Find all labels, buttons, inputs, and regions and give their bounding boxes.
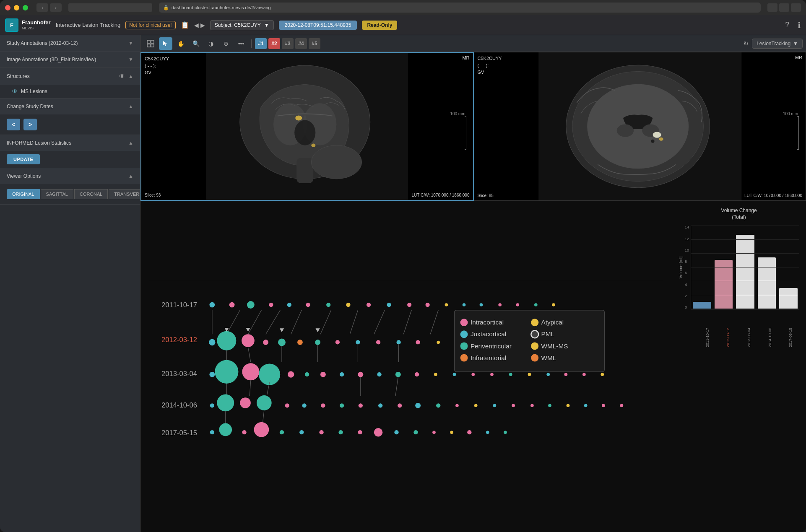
prev-subject-button[interactable]: ◀ — [194, 22, 199, 29]
viewer-panel-1[interactable]: C5K2CUYY ( - - ): GV MR Slice: 93 LUT C/… — [140, 52, 474, 201]
viewer-panel-2[interactable]: C5K2CUYY ( - - ): GV MR Slice: 85 LUT C/… — [474, 52, 806, 201]
back-button[interactable]: ‹ — [36, 3, 48, 12]
svg-point-79 — [215, 360, 238, 384]
svg-point-23 — [651, 140, 654, 143]
close-button[interactable] — [5, 5, 10, 10]
y-tick-0: 0 — [685, 306, 689, 309]
collapse-icon-6: ▲ — [128, 173, 133, 179]
svg-point-141 — [413, 430, 418, 434]
study-annotations-header[interactable]: Study Annotations (2012-03-12) ▼ — [0, 35, 140, 51]
info-icon[interactable]: ℹ — [798, 20, 801, 30]
svg-point-49 — [480, 303, 483, 306]
change-study-dates-header[interactable]: Change Study Dates ▲ — [0, 99, 140, 114]
forward-button[interactable]: › — [50, 3, 62, 12]
prev-date-button[interactable]: < — [7, 119, 20, 130]
svg-point-91 — [453, 373, 456, 376]
svg-point-39 — [287, 303, 291, 307]
crosshair-tool-button[interactable]: ⊕ — [219, 37, 233, 50]
svg-point-143 — [450, 431, 453, 434]
svg-point-58 — [278, 339, 286, 346]
zoom-tool-button[interactable]: 🔍 — [189, 37, 203, 50]
svg-rect-3 — [151, 40, 154, 43]
eye-icon[interactable]: 👁 — [119, 73, 125, 80]
y-axis-label: Volume [ml] — [679, 257, 683, 278]
svg-point-13 — [295, 115, 302, 120]
viewer1-gv: GV — [145, 69, 169, 76]
svg-text:F: F — [10, 22, 13, 29]
view-transversal-button[interactable]: TRANSVERSAL — [109, 189, 140, 199]
bar-2017 — [779, 288, 798, 309]
date-label-3: 2013-03-04 — [161, 370, 197, 378]
viewport-2-button[interactable]: #2 — [268, 38, 280, 49]
read-only-badge: Read-Only — [362, 21, 397, 30]
svg-point-12 — [311, 145, 361, 179]
ms-lesion-label: MS Lesions — [21, 88, 47, 94]
svg-point-44 — [387, 303, 391, 307]
viewport-4-button[interactable]: #4 — [295, 38, 307, 49]
view-original-button[interactable]: ORIGINAL — [7, 189, 40, 199]
logo-text: Fraunhofer MEVIS — [22, 19, 51, 30]
maximize-button[interactable] — [23, 5, 28, 10]
svg-text:Atypical: Atypical — [541, 319, 564, 326]
viewport-1-button[interactable]: #1 — [255, 38, 267, 49]
logo-icon: F — [5, 18, 18, 32]
svg-point-82 — [288, 371, 294, 378]
svg-point-142 — [432, 431, 436, 434]
company-sub: MEVIS — [22, 26, 51, 31]
url-display: dashboard.cluster.fraunhofer-mevis.de/#/… — [172, 5, 271, 10]
scale-bar-1 — [465, 116, 466, 150]
svg-point-96 — [546, 373, 550, 376]
view-coronal-button[interactable]: CORONAL — [74, 189, 108, 199]
contrast-tool-button[interactable]: ◑ — [204, 37, 218, 50]
svg-text:Infratentorial: Infratentorial — [471, 354, 506, 361]
minimize-button[interactable] — [14, 5, 19, 10]
svg-point-150 — [531, 319, 538, 326]
scale-bar-2 — [797, 116, 799, 150]
address-bar[interactable]: 🔒 dashboard.cluster.fraunhofer-mevis.de/… — [159, 3, 761, 13]
svg-point-110 — [302, 403, 307, 407]
svg-point-119 — [474, 404, 478, 407]
svg-point-154 — [531, 330, 538, 338]
select-tool-button[interactable] — [159, 37, 172, 50]
next-date-button[interactable]: > — [23, 119, 37, 130]
subject-selector[interactable]: Subject: C5K2CUYY ▼ — [210, 20, 274, 30]
svg-point-95 — [528, 373, 531, 376]
update-button[interactable]: UPDATE — [7, 154, 40, 164]
informed-stats-header[interactable]: INFORMED Lesion Statistics ▲ — [0, 135, 140, 151]
brain-svg-2 — [474, 52, 806, 200]
svg-point-48 — [463, 303, 466, 306]
viewer2-gv: GV — [478, 69, 502, 76]
image-annotations-header[interactable]: Image Annotations (3D_Flair BrainView) ▼ — [0, 52, 140, 67]
collapse-icon: ▼ — [128, 40, 133, 46]
structures-header[interactable]: Structures 👁 ▲ — [0, 68, 140, 85]
informed-stats-section: INFORMED Lesion Statistics ▲ UPDATE — [0, 135, 140, 168]
more-tools-button[interactable]: ••• — [234, 37, 248, 50]
viewport-5-button[interactable]: #5 — [309, 38, 320, 49]
svg-text:Juxtacortical: Juxtacortical — [471, 330, 506, 337]
svg-point-78 — [209, 372, 215, 377]
svg-point-116 — [415, 403, 421, 408]
help-icon[interactable]: ? — [785, 21, 789, 29]
view-sagittal-button[interactable]: SAGITTAL — [41, 189, 73, 199]
next-subject-button[interactable]: ▶ — [200, 22, 205, 29]
viewer2-info: ( - - ): — [478, 62, 502, 69]
brain-svg-1 — [141, 53, 473, 200]
svg-point-162 — [531, 354, 538, 362]
layout-tool-button[interactable] — [144, 37, 157, 50]
y-tick-8: 8 — [685, 260, 689, 264]
viewport-3-button[interactable]: #3 — [282, 38, 294, 49]
annotation-icon[interactable]: 📋 — [181, 21, 189, 29]
bar-2012 — [715, 260, 733, 309]
svg-point-80 — [242, 363, 259, 380]
viewer-options-header[interactable]: Viewer Options ▲ — [0, 168, 140, 184]
lesion-tracking-dropdown[interactable]: LesionTracking ▼ — [752, 39, 803, 49]
svg-point-40 — [306, 303, 310, 307]
ms-lesion-eye-icon[interactable]: 👁 — [12, 88, 18, 95]
svg-point-99 — [601, 373, 604, 376]
collapse-icon-5: ▲ — [128, 140, 133, 146]
svg-rect-4 — [147, 44, 150, 47]
svg-point-113 — [359, 403, 363, 407]
refresh-icon[interactable]: ↻ — [744, 40, 749, 47]
svg-point-43 — [367, 303, 371, 307]
pan-tool-button[interactable]: ✋ — [174, 37, 187, 50]
